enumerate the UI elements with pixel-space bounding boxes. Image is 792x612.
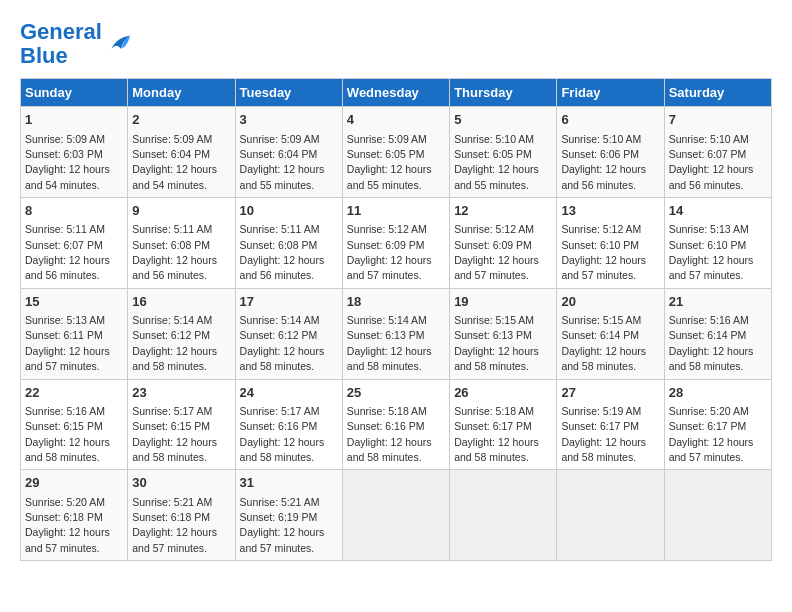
day-info: Sunrise: 5:13 AM Sunset: 6:10 PM Dayligh… — [669, 223, 754, 281]
day-number: 6 — [561, 111, 659, 129]
day-info: Sunrise: 5:20 AM Sunset: 6:17 PM Dayligh… — [669, 405, 754, 463]
day-number: 10 — [240, 202, 338, 220]
calendar-day-cell: 22Sunrise: 5:16 AM Sunset: 6:15 PM Dayli… — [21, 379, 128, 470]
calendar-day-cell: 14Sunrise: 5:13 AM Sunset: 6:10 PM Dayli… — [664, 198, 771, 289]
day-info: Sunrise: 5:14 AM Sunset: 6:12 PM Dayligh… — [240, 314, 325, 372]
day-info: Sunrise: 5:15 AM Sunset: 6:14 PM Dayligh… — [561, 314, 646, 372]
weekday-header-wednesday: Wednesday — [342, 79, 449, 107]
calendar-day-cell: 31Sunrise: 5:21 AM Sunset: 6:19 PM Dayli… — [235, 470, 342, 561]
day-number: 27 — [561, 384, 659, 402]
day-number: 7 — [669, 111, 767, 129]
day-number: 29 — [25, 474, 123, 492]
day-number: 3 — [240, 111, 338, 129]
day-number: 22 — [25, 384, 123, 402]
day-info: Sunrise: 5:12 AM Sunset: 6:09 PM Dayligh… — [454, 223, 539, 281]
day-number: 4 — [347, 111, 445, 129]
calendar-day-cell: 26Sunrise: 5:18 AM Sunset: 6:17 PM Dayli… — [450, 379, 557, 470]
weekday-header-thursday: Thursday — [450, 79, 557, 107]
calendar-day-cell: 9Sunrise: 5:11 AM Sunset: 6:08 PM Daylig… — [128, 198, 235, 289]
day-number: 1 — [25, 111, 123, 129]
day-info: Sunrise: 5:09 AM Sunset: 6:05 PM Dayligh… — [347, 133, 432, 191]
calendar-day-cell: 11Sunrise: 5:12 AM Sunset: 6:09 PM Dayli… — [342, 198, 449, 289]
day-number: 14 — [669, 202, 767, 220]
calendar-day-cell: 28Sunrise: 5:20 AM Sunset: 6:17 PM Dayli… — [664, 379, 771, 470]
day-number: 19 — [454, 293, 552, 311]
calendar-day-cell: 17Sunrise: 5:14 AM Sunset: 6:12 PM Dayli… — [235, 288, 342, 379]
day-info: Sunrise: 5:11 AM Sunset: 6:07 PM Dayligh… — [25, 223, 110, 281]
day-info: Sunrise: 5:13 AM Sunset: 6:11 PM Dayligh… — [25, 314, 110, 372]
calendar-day-cell: 27Sunrise: 5:19 AM Sunset: 6:17 PM Dayli… — [557, 379, 664, 470]
calendar-week-row: 22Sunrise: 5:16 AM Sunset: 6:15 PM Dayli… — [21, 379, 772, 470]
calendar-day-cell: 30Sunrise: 5:21 AM Sunset: 6:18 PM Dayli… — [128, 470, 235, 561]
calendar-day-cell: 21Sunrise: 5:16 AM Sunset: 6:14 PM Dayli… — [664, 288, 771, 379]
calendar-day-cell: 8Sunrise: 5:11 AM Sunset: 6:07 PM Daylig… — [21, 198, 128, 289]
weekday-header-monday: Monday — [128, 79, 235, 107]
calendar-day-cell: 25Sunrise: 5:18 AM Sunset: 6:16 PM Dayli… — [342, 379, 449, 470]
logo-text: GeneralBlue — [20, 20, 102, 68]
day-info: Sunrise: 5:15 AM Sunset: 6:13 PM Dayligh… — [454, 314, 539, 372]
calendar-day-cell: 1Sunrise: 5:09 AM Sunset: 6:03 PM Daylig… — [21, 107, 128, 198]
day-number: 26 — [454, 384, 552, 402]
calendar-day-cell: 23Sunrise: 5:17 AM Sunset: 6:15 PM Dayli… — [128, 379, 235, 470]
weekday-header-row: SundayMondayTuesdayWednesdayThursdayFrid… — [21, 79, 772, 107]
day-number: 23 — [132, 384, 230, 402]
calendar-day-cell: 3Sunrise: 5:09 AM Sunset: 6:04 PM Daylig… — [235, 107, 342, 198]
day-info: Sunrise: 5:12 AM Sunset: 6:10 PM Dayligh… — [561, 223, 646, 281]
day-info: Sunrise: 5:09 AM Sunset: 6:04 PM Dayligh… — [240, 133, 325, 191]
day-info: Sunrise: 5:18 AM Sunset: 6:16 PM Dayligh… — [347, 405, 432, 463]
day-number: 8 — [25, 202, 123, 220]
day-info: Sunrise: 5:20 AM Sunset: 6:18 PM Dayligh… — [25, 496, 110, 554]
day-info: Sunrise: 5:09 AM Sunset: 6:03 PM Dayligh… — [25, 133, 110, 191]
day-number: 30 — [132, 474, 230, 492]
day-number: 12 — [454, 202, 552, 220]
calendar-day-cell: 19Sunrise: 5:15 AM Sunset: 6:13 PM Dayli… — [450, 288, 557, 379]
calendar-table: SundayMondayTuesdayWednesdayThursdayFrid… — [20, 78, 772, 561]
day-number: 21 — [669, 293, 767, 311]
day-info: Sunrise: 5:09 AM Sunset: 6:04 PM Dayligh… — [132, 133, 217, 191]
logo: GeneralBlue — [20, 20, 132, 68]
calendar-day-cell: 20Sunrise: 5:15 AM Sunset: 6:14 PM Dayli… — [557, 288, 664, 379]
day-number: 28 — [669, 384, 767, 402]
day-info: Sunrise: 5:10 AM Sunset: 6:05 PM Dayligh… — [454, 133, 539, 191]
day-info: Sunrise: 5:10 AM Sunset: 6:07 PM Dayligh… — [669, 133, 754, 191]
calendar-week-row: 15Sunrise: 5:13 AM Sunset: 6:11 PM Dayli… — [21, 288, 772, 379]
day-info: Sunrise: 5:14 AM Sunset: 6:13 PM Dayligh… — [347, 314, 432, 372]
day-info: Sunrise: 5:19 AM Sunset: 6:17 PM Dayligh… — [561, 405, 646, 463]
day-number: 11 — [347, 202, 445, 220]
day-info: Sunrise: 5:11 AM Sunset: 6:08 PM Dayligh… — [240, 223, 325, 281]
weekday-header-sunday: Sunday — [21, 79, 128, 107]
calendar-day-cell: 5Sunrise: 5:10 AM Sunset: 6:05 PM Daylig… — [450, 107, 557, 198]
calendar-day-cell: 12Sunrise: 5:12 AM Sunset: 6:09 PM Dayli… — [450, 198, 557, 289]
calendar-day-cell: 18Sunrise: 5:14 AM Sunset: 6:13 PM Dayli… — [342, 288, 449, 379]
day-number: 17 — [240, 293, 338, 311]
day-number: 5 — [454, 111, 552, 129]
day-number: 25 — [347, 384, 445, 402]
calendar-day-cell: 15Sunrise: 5:13 AM Sunset: 6:11 PM Dayli… — [21, 288, 128, 379]
calendar-week-row: 8Sunrise: 5:11 AM Sunset: 6:07 PM Daylig… — [21, 198, 772, 289]
day-info: Sunrise: 5:11 AM Sunset: 6:08 PM Dayligh… — [132, 223, 217, 281]
calendar-day-cell: 6Sunrise: 5:10 AM Sunset: 6:06 PM Daylig… — [557, 107, 664, 198]
day-number: 16 — [132, 293, 230, 311]
day-info: Sunrise: 5:17 AM Sunset: 6:15 PM Dayligh… — [132, 405, 217, 463]
weekday-header-saturday: Saturday — [664, 79, 771, 107]
calendar-day-cell: 24Sunrise: 5:17 AM Sunset: 6:16 PM Dayli… — [235, 379, 342, 470]
weekday-header-tuesday: Tuesday — [235, 79, 342, 107]
day-number: 15 — [25, 293, 123, 311]
logo-bird-icon — [104, 30, 132, 58]
day-number: 20 — [561, 293, 659, 311]
day-info: Sunrise: 5:10 AM Sunset: 6:06 PM Dayligh… — [561, 133, 646, 191]
day-number: 18 — [347, 293, 445, 311]
calendar-day-cell: 2Sunrise: 5:09 AM Sunset: 6:04 PM Daylig… — [128, 107, 235, 198]
calendar-week-row: 1Sunrise: 5:09 AM Sunset: 6:03 PM Daylig… — [21, 107, 772, 198]
day-info: Sunrise: 5:17 AM Sunset: 6:16 PM Dayligh… — [240, 405, 325, 463]
day-info: Sunrise: 5:16 AM Sunset: 6:15 PM Dayligh… — [25, 405, 110, 463]
day-number: 31 — [240, 474, 338, 492]
day-number: 2 — [132, 111, 230, 129]
day-info: Sunrise: 5:21 AM Sunset: 6:18 PM Dayligh… — [132, 496, 217, 554]
day-number: 24 — [240, 384, 338, 402]
calendar-day-cell: 29Sunrise: 5:20 AM Sunset: 6:18 PM Dayli… — [21, 470, 128, 561]
calendar-day-cell: 7Sunrise: 5:10 AM Sunset: 6:07 PM Daylig… — [664, 107, 771, 198]
header: GeneralBlue — [20, 20, 772, 68]
day-info: Sunrise: 5:16 AM Sunset: 6:14 PM Dayligh… — [669, 314, 754, 372]
day-info: Sunrise: 5:18 AM Sunset: 6:17 PM Dayligh… — [454, 405, 539, 463]
